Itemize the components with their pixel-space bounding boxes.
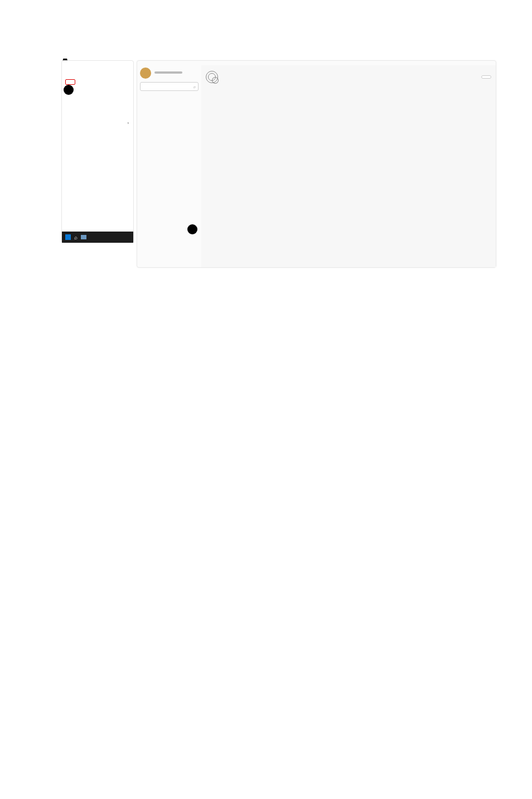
search-icon: ⌕ (194, 85, 196, 89)
avatar (140, 68, 151, 79)
not-connected-icon (206, 71, 218, 83)
ctx-item[interactable] (62, 61, 133, 65)
ctx-item[interactable] (62, 76, 133, 78)
ctx-item[interactable] (62, 128, 133, 132)
settings-main (201, 65, 496, 267)
ctx-shutdown[interactable]: › (62, 118, 133, 128)
settings-sidebar: ⌕ (137, 65, 201, 267)
settings-window: ⌕ (137, 60, 496, 268)
ctx-item[interactable] (62, 65, 133, 70)
ctx-item[interactable] (62, 109, 133, 114)
screenshot-figure: › ⌕ (61, 60, 496, 268)
callout-1 (64, 85, 74, 95)
ctx-network-connections[interactable] (65, 79, 75, 85)
search-icon[interactable]: ⌕ (74, 234, 78, 240)
ctx-item[interactable] (62, 105, 133, 109)
search-input[interactable]: ⌕ (140, 82, 199, 91)
settings-titlebar (137, 61, 496, 65)
ctx-item[interactable] (62, 114, 133, 118)
taskbar: ⌕ (62, 232, 133, 243)
profile-name-redacted (154, 71, 182, 74)
ctx-item[interactable] (62, 96, 133, 100)
callout-2 (187, 224, 197, 234)
troubleshoot-button[interactable] (481, 75, 491, 79)
ctx-item[interactable] (62, 70, 133, 76)
profile-card[interactable] (140, 68, 199, 79)
ctx-item[interactable] (62, 100, 133, 105)
chevron-right-icon: › (128, 121, 129, 126)
status-block (206, 71, 491, 83)
taskbar-app-icon[interactable] (81, 235, 86, 239)
windows-icon[interactable] (65, 234, 71, 240)
